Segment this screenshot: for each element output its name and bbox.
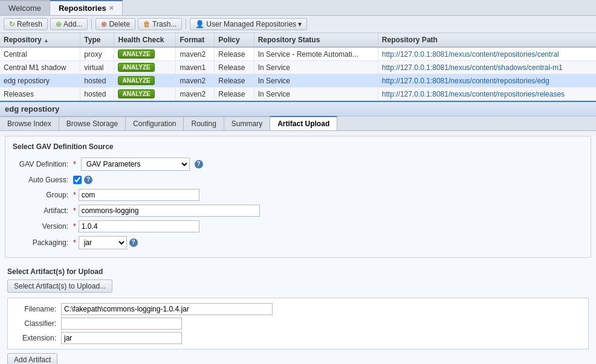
tab-repositories-close[interactable]: ✕ (109, 5, 114, 11)
cell-type: virtual (80, 61, 114, 74)
analyze-button[interactable]: ANALYZE (118, 89, 154, 98)
tab-repositories[interactable]: Repositories ✕ (50, 0, 123, 15)
tab-browse-storage[interactable]: Browse Storage (59, 117, 126, 130)
add-artifact-button[interactable]: Add Artifact (7, 353, 57, 364)
extension-input[interactable] (61, 332, 182, 344)
user-managed-button[interactable]: 👤 User Managed Repositories ▾ (190, 18, 307, 30)
required-dot-packaging: * (73, 238, 76, 247)
cell-format: maven2 (176, 88, 215, 101)
trash-icon: 🗑 (143, 20, 151, 28)
table-row[interactable]: Releases hosted ANALYZE maven2 Release I… (0, 88, 596, 101)
col-policy[interactable]: Policy (215, 33, 254, 47)
tab-summary[interactable]: Summary (224, 117, 270, 130)
version-label: Version: (13, 222, 73, 231)
upload-form: Filename: Classifier: Extension: (7, 298, 589, 350)
group-label: Group: (13, 191, 73, 199)
required-dot-artifact: * (73, 206, 76, 215)
toolbar-separator-1 (91, 19, 92, 30)
tab-welcome-label: Welcome (8, 4, 41, 13)
cell-path: http://127.0.0.1:8081/nexus/content/repo… (378, 88, 596, 101)
repo-path-link[interactable]: http://127.0.0.1:8081/nexus/content/repo… (382, 90, 565, 98)
gav-definition-row: GAV Definition: * GAV ParametersPOMAuto … (13, 156, 583, 173)
col-status[interactable]: Repository Status (254, 33, 378, 47)
auto-guess-label: Auto Guess: (13, 176, 73, 184)
cell-type: proxy (80, 47, 114, 61)
classifier-label: Classifier: (13, 319, 61, 328)
packaging-help-icon[interactable]: ? (129, 238, 138, 247)
tab-repositories-label: Repositories (59, 4, 106, 13)
cell-format: maven2 (176, 47, 215, 61)
table-row[interactable]: Central M1 shadow virtual ANALYZE maven1… (0, 61, 596, 74)
filename-input[interactable] (61, 303, 273, 315)
upload-section-title: Select Artifact(s) for Upload (7, 267, 589, 276)
cell-health-check: ANALYZE (114, 47, 176, 61)
artifact-label: Artifact: (13, 206, 73, 215)
tab-welcome[interactable]: Welcome (0, 0, 50, 15)
gav-section: Select GAV Definition Source GAV Definit… (5, 136, 591, 258)
version-input[interactable] (79, 220, 199, 232)
auto-guess-help-icon[interactable]: ? (84, 176, 92, 184)
filename-row: Filename: (13, 302, 583, 316)
version-row: Version: * (13, 219, 583, 234)
delete-button[interactable]: ⊗ Delete (96, 18, 135, 30)
cell-name: Releases (0, 88, 80, 101)
cell-path: http://127.0.0.1:8081/nexus/content/repo… (378, 47, 596, 61)
repo-panel-title: edg repostiory (0, 102, 596, 117)
refresh-icon: ↻ (9, 20, 15, 28)
col-health-check[interactable]: Health Check (114, 33, 176, 47)
gav-definition-select[interactable]: GAV ParametersPOMAuto Detect (81, 158, 190, 171)
cell-format: maven2 (176, 74, 215, 88)
tab-routing[interactable]: Routing (184, 117, 224, 130)
cell-type: hosted (80, 74, 114, 88)
analyze-button[interactable]: ANALYZE (118, 76, 154, 85)
delete-icon: ⊗ (101, 20, 107, 28)
cell-path: http://127.0.0.1:8081/nexus/content/repo… (378, 74, 596, 88)
tab-configuration[interactable]: Configuration (126, 117, 184, 130)
tab-artifact-upload[interactable]: Artifact Upload (270, 116, 337, 130)
select-artifact-button[interactable]: Select Artifact(s) to Upload... (7, 279, 112, 293)
auto-guess-checkbox[interactable] (73, 176, 82, 184)
top-tabs: Welcome Repositories ✕ (0, 0, 596, 16)
refresh-label: Refresh (17, 20, 42, 28)
packaging-label: Packaging: (13, 238, 73, 247)
filename-label: Filename: (13, 305, 61, 313)
col-format[interactable]: Format (176, 33, 215, 47)
cell-health-check: ANALYZE (114, 88, 176, 101)
group-input[interactable] (79, 189, 199, 201)
cell-name: Central M1 shadow (0, 61, 80, 74)
repo-path-link[interactable]: http://127.0.0.1:8081/nexus/content/repo… (382, 77, 549, 85)
cell-status: In Service - Remote Automati... (254, 47, 378, 61)
classifier-input[interactable] (61, 318, 182, 330)
repo-path-link[interactable]: http://127.0.0.1:8081/nexus/content/shad… (382, 63, 563, 72)
artifact-input[interactable] (79, 205, 260, 217)
extension-row: Extension: (13, 331, 583, 345)
gav-help-icon[interactable]: ? (195, 160, 203, 168)
analyze-button[interactable]: ANALYZE (118, 63, 154, 72)
delete-label: Delete (109, 20, 130, 28)
tab-browse-index[interactable]: Browse Index (0, 117, 59, 130)
artifact-row: Artifact: * (13, 203, 583, 219)
table-row[interactable]: Central proxy ANALYZE maven2 Release In … (0, 47, 596, 61)
table-row[interactable]: edg repostiory hosted ANALYZE maven2 Rel… (0, 74, 596, 88)
repo-path-link[interactable]: http://127.0.0.1:8081/nexus/content/repo… (382, 50, 559, 59)
refresh-button[interactable]: ↻ Refresh (4, 18, 48, 30)
analyze-button[interactable]: ANALYZE (118, 49, 154, 59)
cell-health-check: ANALYZE (114, 74, 176, 88)
col-path[interactable]: Repository Path (378, 33, 596, 47)
repo-panel: edg repostiory Browse Index Browse Stora… (0, 101, 596, 364)
trash-label: Trash... (152, 20, 177, 28)
cell-type: hosted (80, 88, 114, 101)
group-row: Group: * (13, 187, 583, 203)
cell-path: http://127.0.0.1:8081/nexus/content/shad… (378, 61, 596, 74)
cell-status: In Service (254, 61, 378, 74)
packaging-select[interactable]: jarwarpomearzip (79, 236, 127, 249)
col-type[interactable]: Type (80, 33, 114, 47)
trash-button[interactable]: 🗑 Trash... (138, 18, 182, 30)
user-icon: 👤 (195, 20, 204, 28)
panel-tabs: Browse Index Browse Storage Configuratio… (0, 117, 596, 131)
add-button[interactable]: ⊕ Add... (50, 18, 88, 30)
add-label: Add... (63, 20, 82, 28)
col-repository[interactable]: Repository ▲ (0, 33, 80, 47)
gav-definition-label: GAV Definition: (13, 160, 73, 168)
classifier-row: Classifier: (13, 316, 583, 331)
